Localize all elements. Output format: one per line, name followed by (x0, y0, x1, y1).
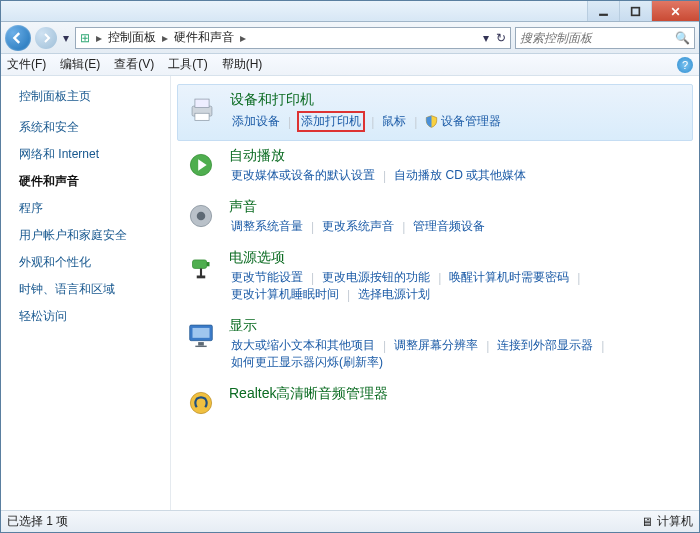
menu-file[interactable]: 文件(F) (7, 56, 46, 73)
category-title[interactable]: Realtek高清晰音频管理器 (229, 385, 687, 403)
divider: | (305, 220, 320, 234)
divider: | (408, 115, 423, 129)
svg-rect-11 (207, 262, 210, 266)
close-icon (670, 6, 681, 17)
category-body: Realtek高清晰音频管理器 (229, 385, 687, 405)
sidebar-item-appearance[interactable]: 外观和个性化 (19, 254, 160, 271)
sidebar: 控制面板主页 系统和安全 网络和 Internet 硬件和声音 程序 用户帐户和… (1, 76, 171, 510)
svg-rect-1 (632, 7, 640, 15)
sidebar-item-network[interactable]: 网络和 Internet (19, 146, 160, 163)
status-right-label: 计算机 (657, 513, 693, 530)
category-title[interactable]: 电源选项 (229, 249, 687, 267)
body: 控制面板主页 系统和安全 网络和 Internet 硬件和声音 程序 用户帐户和… (1, 76, 699, 510)
category-body: 显示放大或缩小文本和其他项目|调整屏幕分辨率|连接到外部显示器|如何更正显示器闪… (229, 317, 687, 371)
link-sound-2[interactable]: 管理音频设备 (411, 218, 487, 235)
svg-rect-16 (195, 346, 206, 347)
svg-rect-10 (193, 260, 207, 269)
category-title[interactable]: 显示 (229, 317, 687, 335)
sidebar-item-ease[interactable]: 轻松访问 (19, 308, 160, 325)
sidebar-item-programs[interactable]: 程序 (19, 200, 160, 217)
link-display-2[interactable]: 连接到外部显示器 (495, 337, 595, 354)
search-box[interactable]: 🔍 (515, 27, 695, 49)
category-power: 电源选项更改节能设置|更改电源按钮的功能|唤醒计算机时需要密码|更改计算机睡眠时… (177, 243, 693, 311)
nav-history-dropdown[interactable]: ▾ (61, 31, 71, 45)
link-power-1[interactable]: 更改电源按钮的功能 (320, 269, 432, 286)
link-power-4[interactable]: 选择电源计划 (356, 286, 432, 303)
link-display-3[interactable]: 如何更正显示器闪烁(刷新率) (229, 354, 385, 371)
sidebar-home[interactable]: 控制面板主页 (19, 88, 160, 105)
menu-tools[interactable]: 工具(T) (168, 56, 207, 73)
svg-rect-6 (195, 113, 209, 120)
svg-point-9 (197, 212, 206, 221)
category-sound: 声音调整系统音量|更改系统声音|管理音频设备 (177, 192, 693, 243)
titlebar (1, 1, 699, 22)
nav-back-button[interactable] (5, 25, 31, 51)
link-devices-printers-3[interactable]: 设备管理器 (423, 113, 503, 130)
refresh-icon[interactable]: ↻ (496, 31, 506, 45)
category-devices-printers: 设备和打印机添加设备|添加打印机|鼠标| 设备管理器 (177, 84, 693, 141)
breadcrumb-sep-icon: ▸ (96, 31, 102, 45)
divider: | (305, 271, 320, 285)
category-autoplay: 自动播放更改媒体或设备的默认设置|自动播放 CD 或其他媒体 (177, 141, 693, 192)
breadcrumb-sub[interactable]: 硬件和声音 (174, 29, 234, 46)
minimize-button[interactable] (587, 1, 619, 21)
svg-point-17 (190, 392, 211, 413)
address-bar[interactable]: ⊞ ▸ 控制面板 ▸ 硬件和声音 ▸ ▾ ↻ (75, 27, 511, 49)
link-sound-0[interactable]: 调整系统音量 (229, 218, 305, 235)
divider: | (282, 115, 297, 129)
menu-help[interactable]: 帮助(H) (222, 56, 263, 73)
breadcrumb-root[interactable]: 控制面板 (108, 29, 156, 46)
link-power-3[interactable]: 更改计算机睡眠时间 (229, 286, 341, 303)
speaker-icon (183, 198, 219, 234)
sidebar-item-clock-lang[interactable]: 时钟、语言和区域 (19, 281, 160, 298)
link-devices-printers-1[interactable]: 添加打印机 (297, 111, 365, 132)
search-input[interactable] (520, 31, 675, 45)
divider: | (396, 220, 411, 234)
divider: | (341, 288, 356, 302)
divider: | (571, 271, 586, 285)
arrow-right-icon (41, 33, 51, 43)
search-icon: 🔍 (675, 31, 690, 45)
menu-edit[interactable]: 编辑(E) (60, 56, 100, 73)
close-button[interactable] (651, 1, 699, 21)
breadcrumb-sep-icon: ▸ (240, 31, 246, 45)
navbar: ▾ ⊞ ▸ 控制面板 ▸ 硬件和声音 ▸ ▾ ↻ 🔍 (1, 22, 699, 54)
window: ▾ ⊞ ▸ 控制面板 ▸ 硬件和声音 ▸ ▾ ↻ 🔍 文件(F) 编辑(E) 查… (0, 0, 700, 533)
svg-rect-12 (197, 276, 206, 279)
link-devices-printers-0[interactable]: 添加设备 (230, 113, 282, 130)
link-autoplay-0[interactable]: 更改媒体或设备的默认设置 (229, 167, 377, 184)
computer-icon: 🖥 (641, 515, 653, 529)
sidebar-item-users[interactable]: 用户帐户和家庭安全 (19, 227, 160, 244)
address-dropdown[interactable]: ▾ ↻ (483, 31, 506, 45)
power-icon (183, 249, 219, 285)
category-title[interactable]: 自动播放 (229, 147, 687, 165)
category-title[interactable]: 设备和打印机 (230, 91, 686, 109)
minimize-icon (598, 6, 609, 17)
statusbar: 已选择 1 项 🖥 计算机 (1, 510, 699, 532)
sidebar-item-hardware-sound[interactable]: 硬件和声音 (19, 173, 160, 190)
help-icon[interactable]: ? (677, 57, 693, 73)
category-title[interactable]: 声音 (229, 198, 687, 216)
content: 设备和打印机添加设备|添加打印机|鼠标| 设备管理器自动播放更改媒体或设备的默认… (171, 76, 699, 510)
divider: | (377, 169, 392, 183)
link-autoplay-1[interactable]: 自动播放 CD 或其他媒体 (392, 167, 528, 184)
category-body: 设备和打印机添加设备|添加打印机|鼠标| 设备管理器 (230, 91, 686, 132)
nav-forward-button[interactable] (35, 27, 57, 49)
category-links: 放大或缩小文本和其他项目|调整屏幕分辨率|连接到外部显示器|如何更正显示器闪烁(… (229, 337, 687, 371)
link-display-0[interactable]: 放大或缩小文本和其他项目 (229, 337, 377, 354)
link-devices-printers-2[interactable]: 鼠标 (380, 113, 408, 130)
category-links: 更改节能设置|更改电源按钮的功能|唤醒计算机时需要密码|更改计算机睡眠时间|选择… (229, 269, 687, 303)
category-display: 显示放大或缩小文本和其他项目|调整屏幕分辨率|连接到外部显示器|如何更正显示器闪… (177, 311, 693, 379)
divider: | (377, 339, 392, 353)
link-sound-1[interactable]: 更改系统声音 (320, 218, 396, 235)
menu-view[interactable]: 查看(V) (114, 56, 154, 73)
play-icon (183, 147, 219, 183)
category-body: 电源选项更改节能设置|更改电源按钮的功能|唤醒计算机时需要密码|更改计算机睡眠时… (229, 249, 687, 303)
link-power-0[interactable]: 更改节能设置 (229, 269, 305, 286)
sidebar-item-system-security[interactable]: 系统和安全 (19, 119, 160, 136)
link-power-2[interactable]: 唤醒计算机时需要密码 (447, 269, 571, 286)
maximize-button[interactable] (619, 1, 651, 21)
link-display-1[interactable]: 调整屏幕分辨率 (392, 337, 480, 354)
category-body: 自动播放更改媒体或设备的默认设置|自动播放 CD 或其他媒体 (229, 147, 687, 184)
printer-icon (184, 91, 220, 127)
